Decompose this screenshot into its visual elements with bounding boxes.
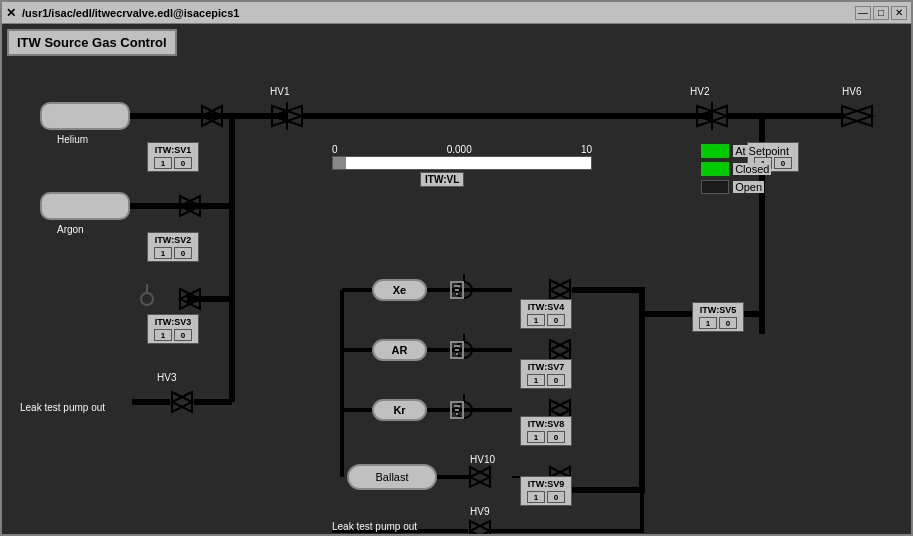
sv7-btn2[interactable]: 0 [547,374,565,386]
leak-test-2-label: Leak test pump out [332,521,417,532]
xe-source: Xe [372,279,427,301]
sv4-box: ITW:SV4 1 0 [520,299,572,329]
legend-closed: Closed [701,162,791,176]
sv9-label: ITW:SV9 [525,479,567,489]
main-window: ✕ /usr1/isac/edl/itwecrvalve.edl@isacepi… [0,0,913,536]
hv2-label: HV2 [690,86,709,97]
ar-source: AR [372,339,427,361]
kr-label: Kr [393,404,405,416]
sv5-btn1[interactable]: 1 [699,317,717,329]
sv8-label: ITW:SV8 [525,419,567,429]
sv8-box: ITW:SV8 1 0 [520,416,572,446]
sv1-btn1[interactable]: 1 [154,157,172,169]
hv1-label: HV1 [270,86,289,97]
scale-max: 10 [581,144,592,155]
xe-label: Xe [393,284,406,296]
argon-cylinder [40,192,130,220]
hv3-label: HV3 [157,372,176,383]
sv3-label: ITW:SV3 [152,317,194,327]
sv1-box: ITW:SV1 1 0 [147,142,199,172]
maximize-button[interactable]: □ [873,6,889,20]
helium-cylinder [40,102,130,130]
sv2-label: ITW:SV2 [152,235,194,245]
itw-vl-label: ITW:VL [420,172,464,187]
kr-source: Kr [372,399,427,421]
sv1-label: ITW:SV1 [152,145,194,155]
sv5-label: ITW:SV5 [697,305,739,315]
sv9-btn2[interactable]: 0 [547,491,565,503]
panel-title: ITW Source Gas Control [7,29,177,56]
sv2-btn1[interactable]: 1 [154,247,172,259]
sv4-label: ITW:SV4 [525,302,567,312]
sv4-btn2[interactable]: 0 [547,314,565,326]
sv1-btn2[interactable]: 0 [174,157,192,169]
window-title: /usr1/isac/edl/itwecrvalve.edl@isacepics… [22,7,239,19]
scale-bar [332,156,592,170]
legend-at-setpoint-text: At Setpoint [733,145,791,157]
window-icon: ✕ [6,6,16,20]
sv3-btn1[interactable]: 1 [154,329,172,341]
ar-label: AR [392,344,408,356]
legend-closed-color [701,162,729,176]
sv4-btn1[interactable]: 1 [527,314,545,326]
sv7-btn1[interactable]: 1 [527,374,545,386]
titlebar-left: ✕ /usr1/isac/edl/itwecrvalve.edl@isacepi… [6,6,239,20]
sv3-box: ITW:SV3 1 0 [147,314,199,344]
sv7-box: ITW:SV7 1 0 [520,359,572,389]
sv9-btn1[interactable]: 1 [527,491,545,503]
content-area: ITW Source Gas Control HV1 HV2 HV6 HV3 H… [2,24,911,534]
scale-val: 0.000 [447,144,472,155]
panel-title-text: ITW Source Gas Control [17,35,167,50]
legend-at-setpoint-color [701,144,729,158]
legend: At Setpoint Closed Open [701,144,791,198]
ballast-label: Ballast [375,471,408,483]
sv2-btn2[interactable]: 0 [174,247,192,259]
argon-label: Argon [57,224,84,235]
sv5-btn2[interactable]: 0 [719,317,737,329]
leak-test-1-label: Leak test pump out [20,402,105,413]
hv6-label: HV6 [842,86,861,97]
sv5-box: ITW:SV5 1 0 [692,302,744,332]
ballast: Ballast [347,464,437,490]
legend-at-setpoint: At Setpoint [701,144,791,158]
scale-area: 0 0.000 10 [332,144,592,170]
scale-fill [333,157,346,169]
hv9-label: HV9 [470,506,489,517]
legend-open-color [701,180,729,194]
titlebar-buttons: — □ ✕ [855,6,907,20]
legend-open: Open [701,180,791,194]
sv2-box: ITW:SV2 1 0 [147,232,199,262]
sv7-label: ITW:SV7 [525,362,567,372]
sv8-btn2[interactable]: 0 [547,431,565,443]
sv9-box: ITW:SV9 1 0 [520,476,572,506]
scale-min: 0 [332,144,338,155]
diagram-canvas [2,24,911,534]
close-button[interactable]: ✕ [891,6,907,20]
titlebar: ✕ /usr1/isac/edl/itwecrvalve.edl@isacepi… [2,2,911,24]
minimize-button[interactable]: — [855,6,871,20]
sv8-btn1[interactable]: 1 [527,431,545,443]
legend-open-text: Open [733,181,764,193]
hv10-label: HV10 [470,454,495,465]
legend-closed-text: Closed [733,163,771,175]
sv3-btn2[interactable]: 0 [174,329,192,341]
helium-label: Helium [57,134,88,145]
